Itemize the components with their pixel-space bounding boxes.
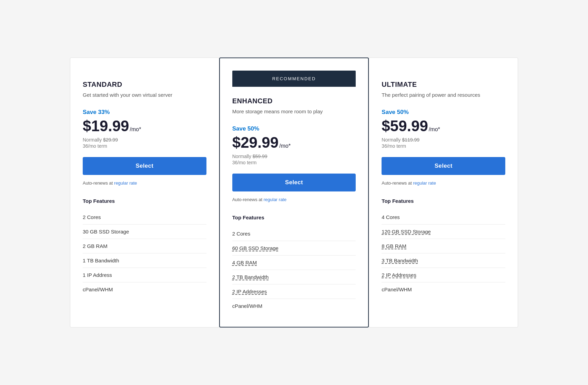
price-amount-enhanced: $29.99 <box>232 135 279 150</box>
normal-price-ultimate: Normally $119.99 <box>382 137 505 143</box>
feature-item-enhanced-2: 4 GB RAM <box>232 256 356 270</box>
price-row-enhanced: $29.99 /mo* <box>232 135 356 150</box>
feature-item-standard-1: 30 GB SSD Storage <box>83 225 206 239</box>
feature-item-ultimate-3: 3 TB Bandwidth <box>382 253 505 268</box>
price-term-enhanced: 36/mo term <box>232 160 356 165</box>
pricing-container: STANDARD Get started with your own virtu… <box>70 58 518 327</box>
features-heading-standard: Top Features <box>83 198 206 204</box>
feature-item-ultimate-2: 8 GB RAM <box>382 239 505 253</box>
savings-badge-standard: Save 33% <box>83 109 206 116</box>
price-amount-standard: $19.99 <box>83 118 129 134</box>
feature-item-standard-4: 1 IP Address <box>83 268 206 282</box>
feature-item-ultimate-0: 4 Cores <box>382 210 505 225</box>
auto-renew-ultimate: Auto-renews at regular rate <box>382 180 505 186</box>
feature-item-enhanced-5: cPanel/WHM <box>232 299 356 313</box>
price-suffix-enhanced: /mo* <box>279 143 291 149</box>
auto-renew-enhanced: Auto-renews at regular rate <box>232 197 356 202</box>
regular-rate-link-ultimate[interactable]: regular rate <box>413 180 436 186</box>
select-button-standard[interactable]: Select <box>83 157 206 175</box>
regular-rate-link-standard[interactable]: regular rate <box>114 180 137 186</box>
plan-description-enhanced: More storage means more room to play <box>232 108 356 116</box>
plan-card-enhanced: RECOMMENDED ENHANCED More storage means … <box>219 58 369 327</box>
feature-item-enhanced-0: 2 Cores <box>232 227 356 241</box>
price-row-standard: $19.99 /mo* <box>83 118 206 134</box>
plan-name-ultimate: ULTIMATE <box>382 81 505 89</box>
regular-rate-link-enhanced[interactable]: regular rate <box>264 197 286 202</box>
price-suffix-standard: /mo* <box>130 126 141 133</box>
plan-description-standard: Get started with your own virtual server <box>83 91 206 99</box>
feature-item-standard-5: cPanel/WHM <box>83 282 206 296</box>
plan-card-ultimate: ULTIMATE The perfect pairing of power an… <box>369 58 518 327</box>
price-suffix-ultimate: /mo* <box>429 126 440 133</box>
price-amount-ultimate: $59.99 <box>382 118 428 134</box>
recommended-banner: RECOMMENDED <box>232 71 356 87</box>
normal-price-standard: Normally $29.99 <box>83 137 206 143</box>
select-button-ultimate[interactable]: Select <box>382 157 505 175</box>
feature-item-standard-2: 2 GB RAM <box>83 239 206 253</box>
price-term-ultimate: 36/mo term <box>382 143 505 149</box>
plan-description-ultimate: The perfect pairing of power and resourc… <box>382 91 505 99</box>
plan-name-standard: STANDARD <box>83 81 206 89</box>
plan-name-enhanced: ENHANCED <box>232 97 356 105</box>
features-heading-enhanced: Top Features <box>232 215 356 220</box>
feature-item-standard-3: 1 TB Bandwidth <box>83 253 206 268</box>
select-button-enhanced[interactable]: Select <box>232 174 356 191</box>
normal-price-enhanced: Normally $59.99 <box>232 154 356 159</box>
savings-badge-ultimate: Save 50% <box>382 109 505 116</box>
price-row-ultimate: $59.99 /mo* <box>382 118 505 134</box>
price-term-standard: 36/mo term <box>83 143 206 149</box>
auto-renew-standard: Auto-renews at regular rate <box>83 180 206 186</box>
feature-item-ultimate-5: cPanel/WHM <box>382 282 505 296</box>
savings-badge-enhanced: Save 50% <box>232 125 356 132</box>
feature-item-ultimate-1: 120 GB SSD Storage <box>382 225 505 239</box>
feature-item-ultimate-4: 2 IP Addresses <box>382 268 505 282</box>
plan-card-standard: STANDARD Get started with your own virtu… <box>70 58 219 327</box>
feature-item-enhanced-4: 2 IP Addresses <box>232 284 356 299</box>
feature-item-enhanced-3: 2 TB Bandwidth <box>232 270 356 284</box>
feature-item-enhanced-1: 60 GB SSD Storage <box>232 241 356 256</box>
features-heading-ultimate: Top Features <box>382 198 505 204</box>
feature-item-standard-0: 2 Cores <box>83 210 206 225</box>
